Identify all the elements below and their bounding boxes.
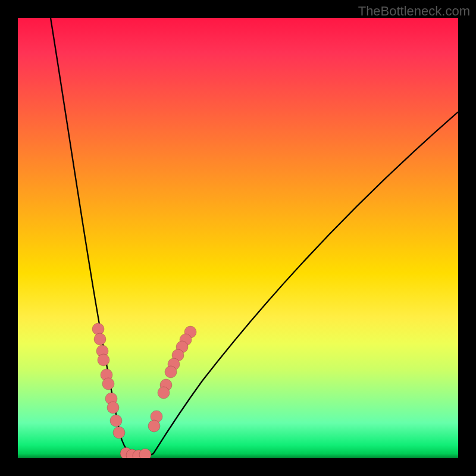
data-dot — [107, 402, 119, 414]
data-dot — [101, 369, 112, 381]
left-curve — [51, 18, 140, 456]
plot-area — [18, 18, 458, 458]
data-dot — [92, 323, 104, 335]
watermark-label: TheBottleneck.com — [358, 4, 470, 19]
data-dot — [176, 341, 188, 353]
data-dot — [165, 366, 177, 378]
chart-container: TheBottleneck.com — [0, 0, 476, 476]
curve-group — [51, 18, 458, 456]
data-dot — [158, 387, 170, 399]
data-dot — [148, 420, 160, 432]
data-dot — [105, 393, 117, 405]
data-dot — [184, 326, 196, 338]
data-dot — [98, 354, 109, 366]
data-dot — [168, 358, 180, 370]
data-dot — [94, 333, 106, 345]
data-dot — [113, 427, 125, 439]
data-dot — [96, 345, 108, 357]
data-dot — [120, 447, 132, 458]
data-dot — [151, 411, 162, 422]
data-dot — [133, 450, 145, 458]
data-dot — [160, 379, 172, 391]
data-dot — [180, 334, 192, 346]
curve-overlay — [18, 18, 458, 458]
data-dot — [102, 378, 114, 390]
dot-group — [92, 323, 196, 458]
data-dot — [172, 349, 184, 361]
data-dot — [110, 415, 122, 427]
data-dot — [126, 449, 138, 458]
data-dot — [139, 449, 151, 458]
right-curve — [140, 112, 458, 456]
